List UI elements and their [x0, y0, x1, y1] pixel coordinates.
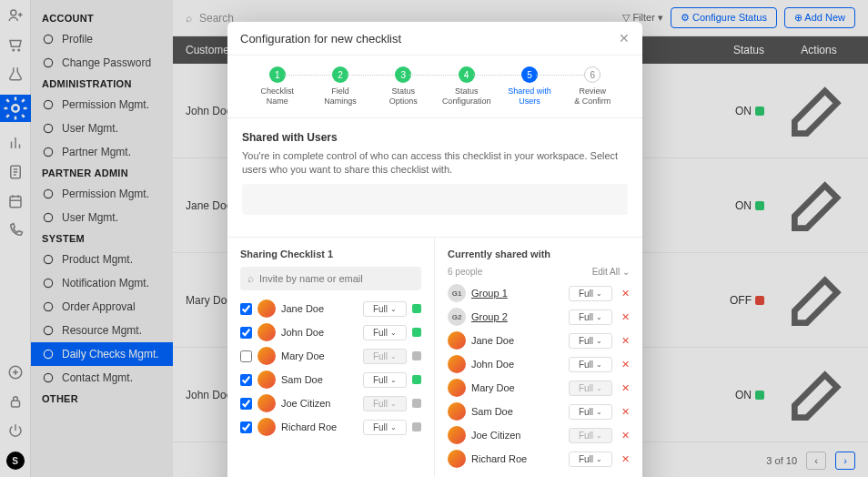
prev-page[interactable]: ‹ — [806, 452, 826, 470]
modal-header: Configuration for new checklist ✕ — [227, 22, 642, 56]
permission-select[interactable]: Full ⌄ — [569, 404, 612, 420]
user-checkbox[interactable] — [240, 327, 252, 339]
remove-icon[interactable]: ✕ — [621, 382, 630, 394]
shared-user-row: Mary DoeFull ⌄✕ — [448, 379, 630, 397]
permission-select[interactable]: Full ⌄ — [569, 333, 612, 349]
nav-icon — [42, 146, 55, 158]
invite-box[interactable]: ⌕ — [240, 267, 421, 290]
status-cell: ON — [673, 389, 782, 401]
modal-title: Configuration for new checklist — [240, 32, 401, 46]
nav-icon — [42, 371, 55, 384]
permission-select[interactable]: Full ⌄ — [363, 349, 407, 364]
permission-select[interactable]: Full ⌄ — [569, 310, 612, 325]
permission-select[interactable]: Full ⌄ — [569, 357, 612, 372]
col-actions: Actions — [782, 44, 855, 56]
sidebar: ACCOUNTProfileChange PasswordADMINISTRAT… — [31, 0, 173, 477]
step-label: ChecklistName — [260, 86, 294, 107]
step[interactable]: 5Shared withUsers — [498, 66, 560, 107]
remove-icon[interactable]: ✕ — [621, 406, 630, 418]
add-new-button[interactable]: ⊕ Add New — [784, 7, 855, 28]
close-icon[interactable]: ✕ — [619, 31, 630, 46]
sidebar-item[interactable]: Daily Checks Mgmt. — [31, 342, 173, 366]
svg-point-1 — [13, 49, 15, 51]
svg-rect-7 — [11, 401, 19, 407]
step-number: 1 — [269, 66, 286, 83]
user-name: John Doe — [281, 327, 358, 338]
sidebar-item[interactable]: Product Mgmt. — [31, 248, 173, 271]
permission-select[interactable]: Full ⌄ — [363, 372, 407, 388]
shared-user-row: G2Group 2Full ⌄✕ — [448, 308, 630, 326]
cart-icon[interactable] — [7, 36, 24, 53]
power-icon[interactable] — [7, 422, 24, 439]
currently-shared-title: Currently shared with — [448, 249, 630, 259]
remove-icon[interactable]: ✕ — [621, 335, 630, 347]
shared-user-row: John DoeFull ⌄✕ — [448, 355, 630, 373]
sidebar-item[interactable]: Notification Mgmt. — [31, 271, 173, 295]
lab-icon[interactable] — [7, 66, 24, 82]
permission-select[interactable]: Full ⌄ — [569, 428, 612, 443]
status-cell: ON — [673, 199, 782, 212]
sidebar-item[interactable]: Contact Mgmt. — [31, 366, 173, 390]
status-off-icon — [755, 296, 764, 305]
user-checkbox[interactable] — [240, 303, 252, 315]
sidebar-item-label: Permission Mgmt. — [62, 188, 149, 200]
sidebar-item[interactable]: User Mgmt. — [31, 206, 173, 229]
edit-action[interactable] — [782, 357, 855, 432]
edit-action[interactable] — [782, 167, 855, 243]
bars-icon[interactable] — [7, 135, 24, 151]
step[interactable]: 3StatusOptions — [372, 66, 435, 107]
permission-select[interactable]: Full ⌄ — [363, 420, 407, 435]
configure-status-button[interactable]: ⚙ Configure Status — [671, 7, 777, 28]
gear-icon[interactable] — [0, 95, 31, 122]
permission-select[interactable]: Full ⌄ — [363, 325, 407, 340]
phone-icon[interactable] — [7, 222, 24, 238]
permission-select[interactable]: Full ⌄ — [363, 396, 407, 411]
avatar — [448, 331, 466, 350]
sidebar-item[interactable]: Permission Mgmt. — [31, 182, 173, 206]
user-checkbox[interactable] — [240, 350, 252, 362]
svg-point-10 — [44, 100, 52, 108]
remove-icon[interactable]: ✕ — [621, 453, 630, 465]
lock-icon[interactable] — [7, 393, 24, 410]
avatar — [448, 450, 466, 468]
remove-icon[interactable]: ✕ — [621, 288, 630, 299]
sidebar-item[interactable]: Profile — [31, 27, 173, 51]
status-square — [412, 304, 421, 313]
step[interactable]: 1ChecklistName — [246, 66, 308, 107]
remove-icon[interactable]: ✕ — [621, 311, 630, 323]
plus-circle-icon[interactable] — [7, 364, 24, 381]
step-label: Review& Confirm — [574, 86, 611, 107]
permission-select[interactable]: Full ⌄ — [363, 301, 407, 317]
step[interactable]: 4StatusConfiguration — [435, 66, 498, 107]
add-user-icon[interactable] — [7, 7, 24, 24]
step[interactable]: 6Review& Confirm — [561, 66, 624, 107]
edit-action[interactable] — [782, 73, 855, 148]
permission-select[interactable]: Full ⌄ — [569, 452, 612, 467]
sidebar-item[interactable]: Permission Mgmt. — [31, 93, 173, 117]
remove-icon[interactable]: ✕ — [621, 359, 630, 370]
sidebar-item[interactable]: Change Password — [31, 51, 173, 75]
permission-select[interactable]: Full ⌄ — [569, 286, 612, 301]
edit-action[interactable] — [782, 262, 855, 338]
invite-input[interactable] — [259, 273, 414, 284]
user-checkbox[interactable] — [240, 398, 252, 410]
sidebar-item[interactable]: User Mgmt. — [31, 117, 173, 140]
user-checkbox[interactable] — [240, 374, 252, 386]
user-checkbox[interactable] — [240, 421, 252, 433]
permission-select[interactable]: Full ⌄ — [569, 381, 612, 396]
share-user-row: John DoeFull ⌄ — [240, 323, 421, 341]
remove-icon[interactable]: ✕ — [621, 430, 630, 441]
share-right-panel: Currently shared with 6 people Edit All … — [435, 238, 642, 477]
sidebar-item-label: Permission Mgmt. — [62, 98, 149, 111]
step[interactable]: 2FieldNamings — [308, 66, 371, 107]
sidebar-item[interactable]: Partner Mgmt. — [31, 140, 173, 164]
edit-all-button[interactable]: Edit All ⌄ — [592, 267, 630, 277]
status-cell: OFF — [673, 294, 782, 307]
sidebar-item[interactable]: Order Approval — [31, 295, 173, 319]
next-page[interactable]: › — [835, 452, 855, 470]
doc-icon[interactable] — [7, 164, 24, 180]
sidebar-item[interactable]: Resource Mgmt. — [31, 319, 173, 342]
share-user-row: Joe CitizenFull ⌄ — [240, 394, 421, 412]
calendar-icon[interactable] — [7, 193, 24, 209]
share-left-panel: Sharing Checklist 1 ⌕ Jane DoeFull ⌄John… — [227, 238, 435, 477]
